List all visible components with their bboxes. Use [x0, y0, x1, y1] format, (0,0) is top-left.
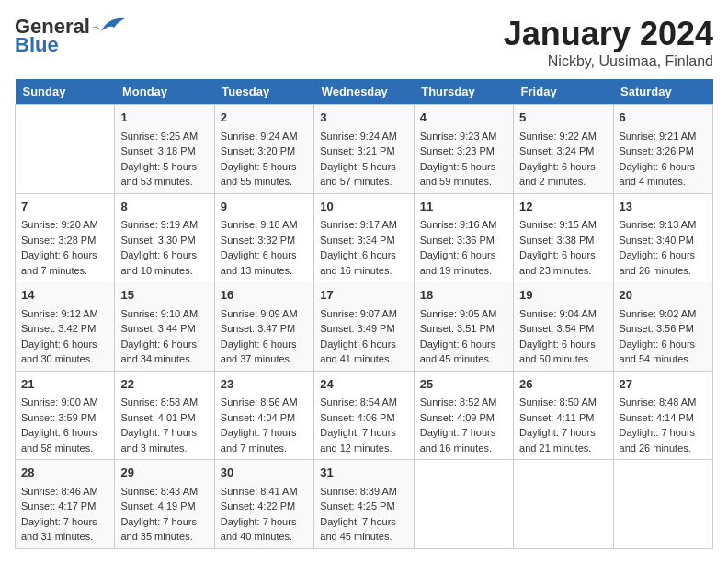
logo-blue: Blue — [15, 33, 59, 57]
day-info: and 34 minutes. — [120, 351, 208, 367]
day-info: Sunset: 3:21 PM — [320, 144, 407, 159]
day-info: and 40 minutes. — [221, 529, 308, 545]
calendar-cell: 13Sunrise: 9:13 AMSunset: 3:40 PMDayligh… — [613, 193, 712, 282]
day-info: and 45 minutes. — [320, 529, 407, 545]
day-number: 12 — [519, 198, 607, 216]
day-info: Sunrise: 8:50 AM — [519, 395, 607, 410]
day-number: 21 — [21, 375, 108, 394]
day-info: and 26 minutes. — [620, 441, 707, 456]
day-number: 15 — [120, 286, 208, 304]
day-info: and 23 minutes. — [519, 263, 607, 279]
calendar-cell: 27Sunrise: 8:48 AMSunset: 4:14 PMDayligh… — [613, 371, 712, 460]
day-info: and 10 minutes. — [120, 263, 208, 279]
day-info: and 13 minutes. — [221, 263, 308, 279]
calendar-cell: 29Sunrise: 8:43 AMSunset: 4:19 PMDayligh… — [115, 460, 214, 549]
day-info: Sunset: 3:54 PM — [519, 321, 607, 337]
day-number: 4 — [420, 109, 507, 127]
day-info: Sunrise: 8:58 AM — [120, 395, 208, 410]
calendar-cell: 14Sunrise: 9:12 AMSunset: 3:42 PMDayligh… — [16, 282, 115, 372]
day-info: Sunset: 3:30 PM — [120, 233, 208, 248]
day-info: Sunrise: 8:56 AM — [221, 395, 308, 410]
day-info: Daylight: 7 hours — [221, 514, 308, 530]
day-number: 19 — [519, 286, 607, 304]
day-info: Daylight: 7 hours — [320, 514, 407, 530]
day-info: and 16 minutes. — [320, 263, 407, 279]
calendar-cell: 8Sunrise: 9:19 AMSunset: 3:30 PMDaylight… — [115, 193, 214, 282]
day-number: 29 — [120, 464, 208, 482]
calendar-cell: 28Sunrise: 8:46 AMSunset: 4:17 PMDayligh… — [16, 460, 115, 549]
calendar-cell — [414, 460, 513, 549]
day-info: Sunrise: 8:54 AM — [320, 395, 407, 410]
day-number: 30 — [221, 464, 308, 482]
day-info: Daylight: 5 hours — [120, 159, 208, 175]
day-info: Sunset: 4:22 PM — [221, 499, 308, 514]
calendar-cell: 21Sunrise: 9:00 AMSunset: 3:59 PMDayligh… — [16, 371, 115, 460]
day-info: Sunset: 3:36 PM — [420, 233, 507, 248]
day-info: and 21 minutes. — [519, 441, 607, 456]
calendar-cell: 16Sunrise: 9:09 AMSunset: 3:47 PMDayligh… — [214, 282, 313, 372]
day-info: Sunset: 3:56 PM — [620, 321, 707, 337]
calendar-table: SundayMondayTuesdayWednesdayThursdayFrid… — [15, 79, 713, 549]
day-info: Daylight: 7 hours — [120, 514, 208, 530]
logo-bird-icon — [92, 15, 125, 35]
day-info: Daylight: 6 hours — [21, 337, 108, 352]
page-subtitle: Nickby, Uusimaa, Finland — [504, 53, 713, 70]
col-header-monday: Monday — [115, 79, 214, 105]
day-info: Sunrise: 9:22 AM — [519, 129, 607, 144]
calendar-cell: 2Sunrise: 9:24 AMSunset: 3:20 PMDaylight… — [214, 105, 313, 194]
day-info: and 4 minutes. — [620, 174, 707, 190]
day-info: and 2 minutes. — [519, 174, 607, 190]
col-header-saturday: Saturday — [613, 79, 712, 105]
day-info: Daylight: 7 hours — [221, 425, 308, 441]
day-info: Sunrise: 9:13 AM — [620, 217, 707, 233]
calendar-cell: 18Sunrise: 9:05 AMSunset: 3:51 PMDayligh… — [414, 282, 513, 372]
calendar-cell — [514, 460, 613, 549]
day-number: 8 — [120, 198, 208, 216]
day-number: 14 — [21, 286, 108, 304]
day-info: Sunset: 3:40 PM — [620, 233, 707, 248]
day-info: Sunrise: 9:20 AM — [21, 217, 108, 233]
day-number: 22 — [120, 375, 208, 394]
day-info: Daylight: 6 hours — [519, 337, 607, 352]
day-info: Sunset: 3:42 PM — [21, 321, 108, 337]
day-info: Sunset: 3:23 PM — [420, 144, 507, 159]
calendar-cell: 11Sunrise: 9:16 AMSunset: 3:36 PMDayligh… — [414, 193, 513, 282]
day-info: Daylight: 6 hours — [221, 247, 308, 263]
col-header-friday: Friday — [514, 79, 613, 105]
calendar-header-row: SundayMondayTuesdayWednesdayThursdayFrid… — [16, 79, 713, 105]
day-info: and 19 minutes. — [420, 263, 507, 279]
day-info: and 31 minutes. — [21, 529, 108, 545]
day-info: Daylight: 6 hours — [519, 159, 607, 175]
day-info: and 7 minutes. — [21, 263, 108, 279]
calendar-cell — [613, 460, 712, 549]
calendar-cell: 20Sunrise: 9:02 AMSunset: 3:56 PMDayligh… — [613, 282, 712, 372]
day-info: Daylight: 7 hours — [320, 425, 407, 441]
day-info: Sunrise: 8:43 AM — [120, 484, 208, 500]
day-info: Daylight: 6 hours — [420, 337, 507, 352]
day-number: 24 — [320, 375, 407, 394]
day-info: Sunrise: 9:02 AM — [620, 306, 707, 322]
day-number: 2 — [221, 109, 308, 127]
day-info: Sunrise: 9:24 AM — [320, 129, 407, 144]
day-info: Sunrise: 9:09 AM — [221, 306, 308, 322]
day-info: and 16 minutes. — [420, 441, 507, 456]
day-info: Daylight: 6 hours — [420, 247, 507, 263]
day-info: Sunset: 4:09 PM — [420, 410, 507, 426]
day-number: 5 — [519, 109, 607, 127]
day-info: and 30 minutes. — [21, 351, 108, 367]
day-info: Sunrise: 9:19 AM — [120, 217, 208, 233]
calendar-cell: 4Sunrise: 9:23 AMSunset: 3:23 PMDaylight… — [414, 105, 513, 194]
calendar-cell: 23Sunrise: 8:56 AMSunset: 4:04 PMDayligh… — [214, 371, 313, 460]
day-info: Sunset: 3:28 PM — [21, 233, 108, 248]
day-info: and 26 minutes. — [620, 263, 707, 279]
calendar-cell: 31Sunrise: 8:39 AMSunset: 4:25 PMDayligh… — [314, 460, 414, 549]
calendar-cell: 26Sunrise: 8:50 AMSunset: 4:11 PMDayligh… — [514, 371, 613, 460]
day-info: Daylight: 6 hours — [620, 159, 707, 175]
calendar-cell: 9Sunrise: 9:18 AMSunset: 3:32 PMDaylight… — [214, 193, 313, 282]
day-number: 3 — [320, 109, 407, 127]
day-number: 13 — [620, 198, 707, 216]
calendar-cell: 7Sunrise: 9:20 AMSunset: 3:28 PMDaylight… — [16, 193, 115, 282]
day-info: Sunset: 4:01 PM — [120, 410, 208, 426]
day-info: and 58 minutes. — [21, 441, 108, 456]
day-info: Sunrise: 9:17 AM — [320, 217, 407, 233]
